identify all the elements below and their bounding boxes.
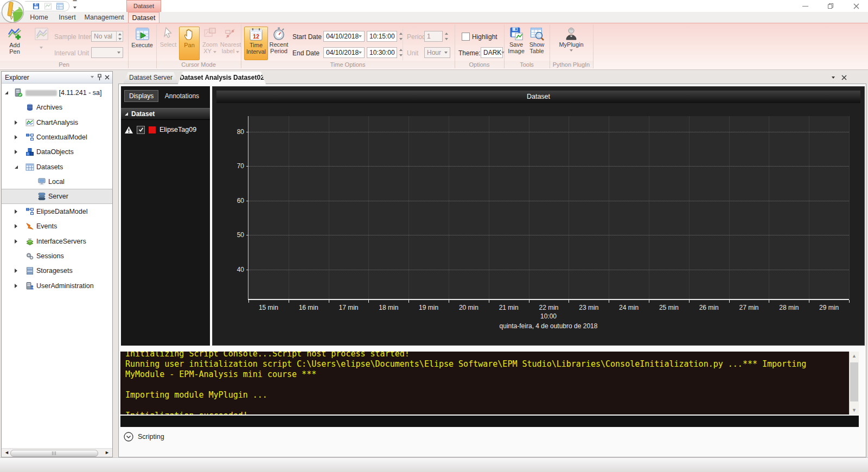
expander-collapsed-icon[interactable] bbox=[15, 120, 17, 125]
restore-button[interactable] bbox=[823, 0, 838, 12]
tree-item-chartanalysis[interactable]: ChartAnalysis bbox=[2, 116, 112, 130]
pan-button[interactable]: Pan bbox=[179, 27, 200, 60]
scripting-label: Scripting bbox=[138, 433, 164, 441]
tree-item-storagesets[interactable]: Storagesets bbox=[2, 264, 112, 278]
dataset-group-header[interactable]: Dataset bbox=[121, 108, 210, 120]
time-interval-button[interactable]: 12 Time Interval bbox=[244, 27, 268, 60]
x-tick-label: 21 min bbox=[499, 304, 519, 311]
end-time-input[interactable]: 10:30:00 bbox=[367, 47, 397, 58]
pen-color-swatch[interactable] bbox=[149, 126, 156, 133]
y-tick-mark bbox=[246, 235, 248, 235]
zoom-xy-icon bbox=[203, 27, 216, 41]
qat-more-icon[interactable]: ▔ bbox=[72, 2, 78, 9]
qat-save-icon[interactable] bbox=[33, 3, 40, 10]
minimize-button[interactable] bbox=[797, 0, 813, 12]
tree-item-local[interactable]: Local bbox=[2, 175, 112, 189]
tree-item-interfaceservers[interactable]: InterfaceServers bbox=[2, 234, 112, 248]
tree-item-elipsedatamodel[interactable]: ElipseDataModel bbox=[2, 205, 112, 219]
scripting-expander[interactable]: Scripting bbox=[124, 430, 164, 443]
add-pen-button[interactable]: Add Pen bbox=[3, 27, 26, 59]
expander-collapsed-icon[interactable] bbox=[15, 284, 17, 288]
scroll-right-icon[interactable]: ► bbox=[105, 450, 110, 455]
console-scrollbar-thumb[interactable] bbox=[850, 362, 858, 401]
expander-collapsed-icon[interactable] bbox=[15, 135, 17, 139]
unit-select[interactable]: Hour bbox=[424, 47, 450, 58]
explorer-horizontal-scrollbar[interactable]: ◄ ► bbox=[2, 448, 112, 457]
script-console-output: Initializing Script Console...Script hos… bbox=[120, 352, 849, 414]
expander-collapsed-icon[interactable] bbox=[15, 239, 17, 244]
tree-item-archives[interactable]: Archives bbox=[2, 100, 112, 114]
period-spinner[interactable] bbox=[443, 31, 450, 42]
recent-period-button[interactable]: Recent Period bbox=[268, 27, 290, 59]
tree-item-datasets[interactable]: Datasets bbox=[2, 160, 112, 174]
scroll-left-icon[interactable]: ◄ bbox=[4, 450, 9, 455]
save-image-icon bbox=[509, 27, 524, 41]
x-tick-mark bbox=[289, 300, 289, 303]
interval-unit-select[interactable] bbox=[91, 47, 123, 58]
tab-close-icon[interactable] bbox=[841, 75, 847, 80]
explorer-pin-icon[interactable] bbox=[97, 74, 102, 81]
app-logo[interactable] bbox=[1, 0, 24, 23]
show-table-icon bbox=[530, 27, 544, 41]
expander-collapsed-icon[interactable] bbox=[15, 209, 17, 214]
tab-dataset[interactable]: Dataset bbox=[128, 12, 159, 23]
tree-item-events[interactable]: Events bbox=[2, 219, 112, 233]
pen-visibility-checkbox[interactable] bbox=[137, 126, 145, 134]
pen-row-elipsetag09[interactable]: ElipseTag09 bbox=[121, 123, 210, 136]
console-vertical-scrollbar[interactable]: ▲ ▼ bbox=[849, 352, 859, 414]
period-input[interactable]: 1 bbox=[424, 31, 443, 42]
explorer-close-icon[interactable] bbox=[105, 75, 110, 80]
sample-interval-input[interactable]: No val bbox=[91, 31, 117, 42]
expander-collapsed-icon[interactable] bbox=[15, 150, 17, 154]
scrollbar-thumb[interactable] bbox=[10, 450, 98, 457]
console-line: MyModule - EPM-Analysis mini course *** bbox=[125, 369, 821, 380]
chart-plot-area[interactable]: 405060708015 min16 min17 min18 min19 min… bbox=[248, 116, 849, 300]
start-time-input[interactable]: 10:15:00 bbox=[367, 31, 397, 42]
console-input-bar[interactable] bbox=[120, 416, 859, 427]
tab-displays[interactable]: Displays bbox=[124, 90, 158, 102]
pen-dropdown-button[interactable] bbox=[30, 27, 52, 59]
scroll-down-icon[interactable]: ▼ bbox=[850, 407, 859, 413]
zoom-xy-button[interactable]: Zoom XY bbox=[200, 27, 220, 59]
highlight-checkbox[interactable] bbox=[462, 33, 470, 41]
scroll-up-icon[interactable]: ▲ bbox=[850, 353, 859, 359]
expander-expanded-icon[interactable] bbox=[15, 165, 18, 169]
execute-button[interactable]: Execute bbox=[130, 27, 154, 59]
tree-item-server[interactable]: Server bbox=[2, 189, 112, 203]
tree-item-dataobjects[interactable]: DataObjects bbox=[2, 145, 112, 159]
tab-management[interactable]: Management bbox=[81, 12, 127, 23]
expander-collapsed-icon[interactable] bbox=[15, 269, 17, 273]
tab-annotations[interactable]: Annotations bbox=[161, 91, 203, 101]
end-date-select[interactable]: 04/10/2018 bbox=[323, 47, 365, 58]
tab-home[interactable]: Home bbox=[25, 12, 53, 23]
tree-item-useradministration[interactable]: UserAdministration bbox=[2, 279, 112, 293]
explorer-title: Explorer bbox=[5, 74, 29, 81]
start-date-select[interactable]: 04/10/2018 bbox=[323, 31, 365, 42]
expander-collapsed-icon[interactable] bbox=[15, 224, 17, 228]
qat-grid-icon[interactable] bbox=[56, 3, 63, 10]
tree-item-4-11-241-sa[interactable]: [4.11.241 - sa] bbox=[2, 86, 112, 100]
qat-chart-icon[interactable] bbox=[44, 3, 52, 10]
x-tick-mark bbox=[409, 300, 409, 303]
close-button[interactable] bbox=[848, 0, 864, 12]
doc-tab-dataset-analysis[interactable]: Dataset Analysis Dataset02 bbox=[178, 72, 266, 84]
theme-select[interactable]: DARK bbox=[481, 47, 503, 58]
tree-item-sessions[interactable]: Sessions bbox=[2, 249, 112, 263]
end-time-spinner[interactable] bbox=[397, 47, 404, 58]
explorer-dropdown-icon[interactable] bbox=[91, 76, 94, 78]
x-tick-label: 15 min bbox=[259, 304, 278, 311]
myplugin-button[interactable]: MyPlugin bbox=[554, 27, 589, 59]
tree-item-label: [4.11.241 - sa] bbox=[25, 89, 101, 97]
tree-item-contextualmodel[interactable]: ContextualModel bbox=[2, 130, 112, 144]
tab-insert[interactable]: Insert bbox=[54, 12, 80, 23]
start-time-spinner[interactable] bbox=[397, 31, 404, 42]
nearest-label-button[interactable]: Nearest label bbox=[220, 27, 241, 59]
doc-tab-dataset-server[interactable]: Dataset Server bbox=[123, 72, 178, 84]
save-image-button[interactable]: Save Image bbox=[506, 27, 526, 59]
show-table-button[interactable]: Show Table bbox=[527, 27, 547, 59]
console-line: Running user initialization script C:\Us… bbox=[125, 359, 821, 369]
expander-expanded-icon[interactable] bbox=[5, 91, 8, 94]
sample-interval-spinner[interactable] bbox=[116, 31, 123, 42]
select-button[interactable]: Select bbox=[158, 27, 178, 59]
tab-list-dropdown-icon[interactable] bbox=[832, 76, 835, 79]
